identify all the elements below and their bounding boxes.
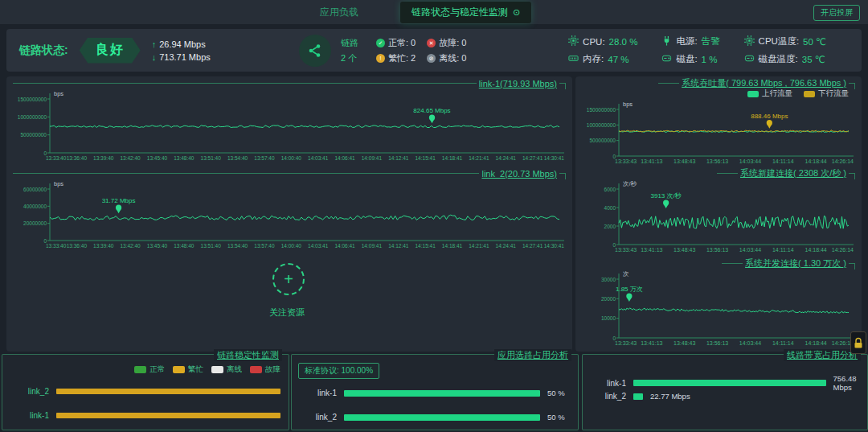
add-watch-resource-button[interactable]: +: [272, 263, 305, 295]
svg-text:13:39:40: 13:39:40: [93, 243, 114, 249]
legend-item-下行流量[interactable]: 下行流量: [804, 88, 849, 99]
link-state-故障: ✕故障: 0: [427, 35, 466, 51]
svg-text:14:15:41: 14:15:41: [416, 243, 436, 249]
panel-title-bandwidth[interactable]: 线路带宽占用分析: [784, 349, 861, 361]
stability-legend: 正常繁忙离线故障: [134, 364, 280, 375]
status-bar: 链路状态: 良好 ↑26.94 Mbps ↓713.71 Mbps 链路✓正常:…: [6, 29, 862, 72]
metric-label: 磁盘温度:: [759, 53, 798, 65]
metric-value: 50 ℃: [803, 36, 826, 47]
link-charts-panel: link-1(719.93 Mbps)050000000010000000001…: [6, 76, 572, 352]
lock-screen-button[interactable]: [850, 331, 866, 354]
tab-app-load[interactable]: 应用负载: [320, 6, 358, 19]
metric-power: 电源:告警: [661, 35, 719, 47]
start-casting-button[interactable]: 开启投屏: [813, 5, 860, 21]
svg-text:13:41:13: 13:41:13: [641, 340, 662, 346]
link-state-text: 繁忙: 2: [388, 51, 416, 66]
svg-text:14:09:41: 14:09:41: [362, 243, 383, 249]
svg-text:10000: 10000: [601, 315, 616, 321]
svg-text:20000000: 20000000: [23, 220, 47, 226]
metric-value: 28.0 %: [609, 37, 638, 47]
link-state-text: 正常: 0: [388, 35, 416, 51]
link-summary-row: 2 个!繁忙: 2⊘离线: 0: [341, 51, 466, 66]
metric-label: 磁盘:: [676, 53, 697, 65]
legend-label: 故障: [265, 364, 280, 375]
svg-text:14:18:41: 14:18:41: [442, 155, 463, 161]
bar-value: 22.77 Mbps: [650, 392, 690, 401]
svg-text:31.72 Mbps: 31.72 Mbps: [102, 197, 136, 204]
svg-text:13:54:40: 13:54:40: [227, 155, 248, 161]
legend-swatch: [211, 366, 223, 373]
bar-track: [344, 414, 540, 421]
stability-legend-离线[interactable]: 离线: [211, 364, 242, 375]
svg-text:14:06:41: 14:06:41: [334, 243, 355, 249]
upload-rate: 26.94 Mbps: [159, 39, 205, 49]
svg-text:14:12:41: 14:12:41: [388, 155, 409, 161]
svg-text:1500000000: 1500000000: [18, 97, 47, 102]
chart-plot-link-2-traffic[interactable]: 0200000004000000060000000bps13:33:4013:3…: [13, 179, 566, 249]
chart-legend: 上行流量下行流量: [582, 88, 855, 99]
watch-resource-label: 关注资源: [255, 307, 319, 319]
tab-link-status-monitor[interactable]: 链路状态与稳定性监测⊙: [400, 2, 531, 23]
chart-title[interactable]: link-1(719.93 Mbps): [477, 79, 559, 88]
share-icon[interactable]: [299, 35, 331, 67]
bar-label: link-1: [591, 379, 626, 388]
svg-text:14:30:41: 14:30:41: [544, 243, 565, 249]
chart-title[interactable]: link_2(20.73 Mbps): [479, 169, 559, 179]
svg-text:14:00:40: 14:00:40: [281, 155, 302, 161]
svg-text:13:33:43: 13:33:43: [615, 247, 637, 253]
metric-label: 电源:: [676, 35, 697, 47]
chart-title[interactable]: 系统新建连接( 2308 次/秒 ): [738, 167, 849, 179]
chart-link-2: link_2(20.73 Mbps)0200000004000000060000…: [13, 168, 566, 250]
svg-text:bps: bps: [54, 90, 63, 97]
legend-swatch: [804, 91, 815, 97]
svg-text:13:51:40: 13:51:40: [201, 155, 222, 161]
legend-label: 正常: [149, 364, 165, 375]
svg-text:1000000000: 1000000000: [587, 122, 616, 128]
metric-cpu-temp: CPU温度:50 ℃: [744, 35, 826, 47]
svg-text:13:56:13: 13:56:13: [706, 340, 728, 346]
svg-text:14:26:14: 14:26:14: [832, 247, 854, 253]
chart-plot-system-concurrent-connections[interactable]: 0100002000030000次13:33:4313:41:1313:48:4…: [582, 269, 855, 347]
bar-value: 50 %: [547, 413, 565, 422]
metric-cpu: CPU:28.0 %: [568, 35, 637, 47]
svg-text:500000000: 500000000: [589, 138, 616, 143]
lock-icon: [854, 337, 863, 349]
svg-text:13:42:40: 13:42:40: [120, 155, 141, 161]
panel-title-link-stability[interactable]: 链路稳定性监测: [214, 349, 282, 361]
bar-label: link-1: [300, 389, 337, 397]
link-count-label: 2 个: [341, 51, 365, 66]
svg-text:13:56:13: 13:56:13: [706, 158, 728, 164]
chart-title[interactable]: 系统吞吐量( 799.63 Mbps , 796.63 Mbps ): [679, 77, 849, 89]
cpu-temp-icon: [744, 35, 755, 47]
routing-bar: [344, 414, 540, 421]
metric-disk-temp: 磁盘温度:35 ℃: [744, 53, 826, 65]
system-charts-panel: 系统吞吐量( 799.63 Mbps , 796.63 Mbps )上行流量下行…: [575, 76, 862, 352]
svg-text:13:33:40: 13:33:40: [46, 243, 67, 249]
stability-bar: [56, 389, 280, 394]
metric-label: CPU:: [583, 37, 604, 47]
stability-legend-繁忙[interactable]: 繁忙: [173, 364, 203, 375]
svg-text:14:03:44: 14:03:44: [739, 247, 761, 253]
stability-legend-故障[interactable]: 故障: [250, 364, 280, 375]
legend-item-上行流量[interactable]: 上行流量: [747, 88, 792, 99]
svg-text:13:41:13: 13:41:13: [641, 158, 662, 164]
chart-plot-system-throughput[interactable]: 050000000010000000001500000000bps13:33:4…: [582, 99, 855, 165]
panel-title-app-route[interactable]: 应用选路占用分析: [494, 349, 571, 361]
chart-new-connections: 系统新建连接( 2308 次/秒 )0200040006000次/秒13:33:…: [582, 168, 855, 255]
device-metrics: CPU:28.0 %电源:告警CPU温度:50 ℃内存:47 %磁盘:1 %磁盘…: [568, 35, 862, 65]
svg-text:14:03:44: 14:03:44: [739, 158, 761, 164]
chart-plot-system-new-connections[interactable]: 0200040006000次/秒13:33:4313:41:1313:48:43…: [582, 179, 855, 253]
svg-text:bps: bps: [623, 101, 633, 108]
link-state-繁忙: !繁忙: 2: [376, 51, 416, 66]
bandwidth-bar: [633, 393, 643, 400]
link-status-badge: 良好: [80, 38, 141, 64]
svg-text:30000: 30000: [601, 277, 616, 282]
svg-text:14:24:41: 14:24:41: [496, 243, 517, 249]
chart-plot-link-1-traffic[interactable]: 050000000010000000001500000000bps13:33:4…: [13, 88, 566, 162]
stability-legend-正常[interactable]: 正常: [134, 364, 165, 375]
svg-text:14:27:41: 14:27:41: [522, 243, 543, 249]
svg-text:13:57:40: 13:57:40: [254, 155, 275, 161]
svg-text:13:48:40: 13:48:40: [174, 155, 194, 161]
throughput-rates: ↑26.94 Mbps ↓713.71 Mbps: [152, 38, 211, 64]
chart-title[interactable]: 系统并发连接( 1.30 万次 ): [743, 257, 849, 269]
